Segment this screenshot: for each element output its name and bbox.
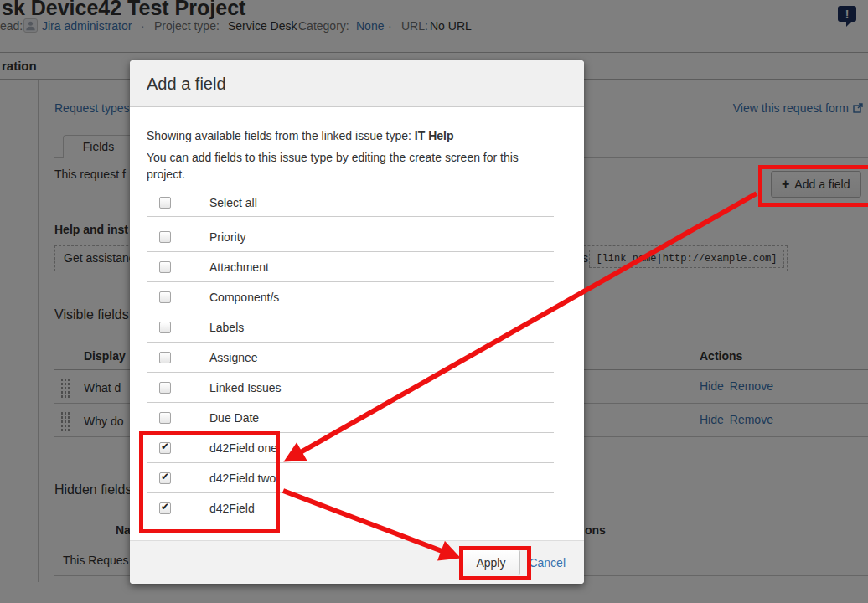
field-row: Due Date	[147, 403, 554, 433]
dialog-title: Add a field	[130, 60, 584, 107]
field-label: Priority	[209, 230, 246, 244]
field-checkbox[interactable]	[159, 412, 171, 424]
field-row: Component/s	[147, 282, 554, 312]
field-list: Priority Attachment Component/s Labels A…	[147, 222, 554, 523]
field-row: d42Field two	[147, 463, 554, 493]
field-checkbox[interactable]	[159, 231, 171, 243]
field-row: Linked Issues	[147, 373, 554, 403]
field-checkbox[interactable]	[159, 352, 171, 363]
field-checkbox[interactable]	[159, 261, 171, 273]
field-checkbox[interactable]	[159, 382, 171, 394]
select-all-row: Select all	[147, 188, 554, 217]
field-label: d42Field two	[209, 472, 276, 485]
field-label: Due Date	[209, 411, 259, 425]
field-label: Linked Issues	[209, 381, 282, 394]
field-label: Assignee	[209, 351, 258, 364]
field-row: d42Field	[147, 493, 554, 523]
field-checkbox[interactable]	[159, 442, 171, 454]
field-label: Labels	[209, 321, 244, 334]
field-row: d42Field one	[147, 433, 554, 463]
select-all-label: Select all	[209, 196, 257, 209]
field-checkbox[interactable]	[159, 502, 171, 514]
field-checkbox[interactable]	[159, 472, 171, 484]
screenshot-root: sk Device42 Test Project ead: Jira admin…	[0, 0, 868, 603]
apply-button[interactable]: Apply	[461, 549, 520, 575]
add-field-dialog: Add a field Showing available fields fro…	[130, 60, 584, 584]
field-label: d42Field	[209, 502, 255, 515]
dialog-description-1: Showing available fields from the linked…	[147, 127, 566, 144]
dialog-description-2: You can add fields to this issue type by…	[147, 149, 540, 183]
field-row: Attachment	[147, 252, 554, 282]
select-all-checkbox[interactable]	[159, 197, 171, 209]
field-checkbox[interactable]	[159, 291, 171, 303]
field-row: Labels	[147, 312, 554, 343]
description-prefix: Showing available fields from the linked…	[147, 129, 411, 142]
issue-type-value: IT Help	[415, 129, 454, 142]
field-label: Attachment	[209, 260, 269, 274]
dialog-footer: Apply Cancel	[130, 540, 584, 584]
field-label: Component/s	[209, 291, 279, 304]
field-row: Priority	[147, 222, 554, 252]
cancel-link[interactable]: Cancel	[529, 556, 566, 570]
field-row: Assignee	[147, 343, 554, 373]
field-label: d42Field one	[209, 441, 277, 455]
field-checkbox[interactable]	[159, 322, 171, 333]
